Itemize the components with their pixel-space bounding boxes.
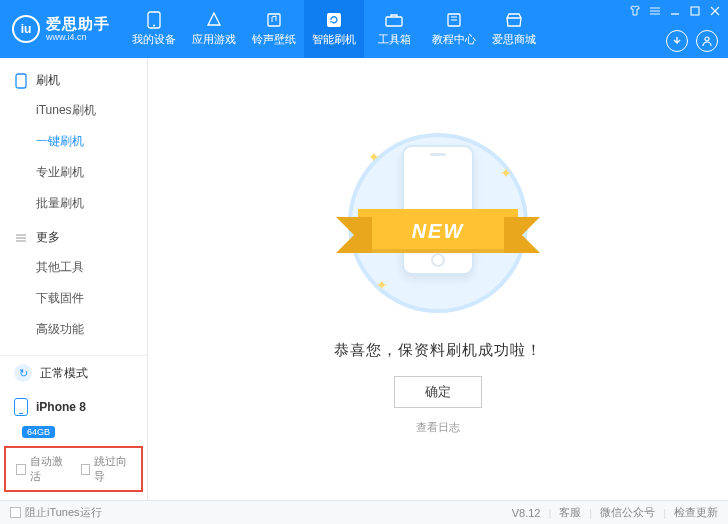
minimize-icon[interactable]: [668, 4, 682, 18]
sync-icon: ↻: [14, 364, 32, 382]
checkbox-prevent-itunes[interactable]: 阻止iTunes运行: [10, 505, 102, 520]
nav-apps[interactable]: 应用游戏: [184, 0, 244, 58]
nav-store[interactable]: 爱思商城: [484, 0, 544, 58]
sidebar-section-more: 更多 其他工具 下载固件 高级功能: [0, 223, 147, 345]
device-mode[interactable]: ↻ 正常模式: [0, 356, 147, 390]
logo-subtitle: www.i4.cn: [46, 33, 110, 42]
support-link[interactable]: 客服: [559, 505, 581, 520]
shop-icon: [505, 11, 523, 29]
wechat-link[interactable]: 微信公众号: [600, 505, 655, 520]
iphone-icon: [14, 398, 28, 416]
top-nav: 我的设备 应用游戏 铃声壁纸 智能刷机 工具箱 教程中心 爱思商城: [124, 0, 544, 58]
checkbox-icon: [81, 464, 91, 475]
sidebar-item-oneclick-flash[interactable]: 一键刷机: [0, 126, 147, 157]
status-bar: 阻止iTunes运行 V8.12 | 客服 | 微信公众号 | 检查更新: [0, 500, 728, 524]
tshirt-icon[interactable]: [628, 4, 642, 18]
sparkle-icon: ✦: [376, 277, 388, 293]
highlight-box: 自动激活 跳过向导: [4, 446, 143, 492]
app-header: iu 爱思助手 www.i4.cn 我的设备 应用游戏 铃声壁纸 智能刷机 工具…: [0, 0, 728, 58]
check-update-link[interactable]: 检查更新: [674, 505, 718, 520]
sidebar-item-batch-flash[interactable]: 批量刷机: [0, 188, 147, 219]
book-icon: [445, 11, 463, 29]
logo-badge: iu: [12, 15, 40, 43]
nav-toolbox[interactable]: 工具箱: [364, 0, 424, 58]
new-ribbon: NEW: [358, 209, 518, 253]
sidebar-head-more[interactable]: 更多: [0, 223, 147, 252]
svg-rect-12: [691, 7, 699, 15]
sparkle-icon: ✦: [368, 149, 380, 165]
success-illustration: NEW ✦ ✦ ✦: [338, 123, 538, 323]
connected-device[interactable]: iPhone 8: [0, 390, 147, 424]
storage-badge: 64GB: [22, 426, 55, 438]
svg-rect-16: [16, 74, 26, 88]
music-icon: [265, 11, 283, 29]
sidebar-item-pro-flash[interactable]: 专业刷机: [0, 157, 147, 188]
sidebar-item-advanced[interactable]: 高级功能: [0, 314, 147, 345]
checkbox-icon: [10, 507, 21, 518]
window-controls: [628, 4, 722, 18]
sidebar-section-flash: 刷机 iTunes刷机 一键刷机 专业刷机 批量刷机: [0, 66, 147, 219]
sidebar-head-flash[interactable]: 刷机: [0, 66, 147, 95]
maximize-icon[interactable]: [688, 4, 702, 18]
close-icon[interactable]: [708, 4, 722, 18]
sidebar-item-itunes-flash[interactable]: iTunes刷机: [0, 95, 147, 126]
sidebar: 刷机 iTunes刷机 一键刷机 专业刷机 批量刷机 更多 其他工具 下载固件 …: [0, 58, 148, 500]
user-icon[interactable]: [696, 30, 718, 52]
nav-tutorials[interactable]: 教程中心: [424, 0, 484, 58]
list-icon: [14, 231, 28, 245]
menu-icon[interactable]: [648, 4, 662, 18]
main-panel: NEW ✦ ✦ ✦ 恭喜您，保资料刷机成功啦！ 确定 查看日志: [148, 58, 728, 500]
sidebar-item-other-tools[interactable]: 其他工具: [0, 252, 147, 283]
success-message: 恭喜您，保资料刷机成功啦！: [334, 341, 542, 360]
nav-ringtones[interactable]: 铃声壁纸: [244, 0, 304, 58]
sparkle-icon: ✦: [500, 165, 512, 181]
logo-title: 爱思助手: [46, 16, 110, 31]
download-icon[interactable]: [666, 30, 688, 52]
toolbox-icon: [385, 11, 403, 29]
checkbox-auto-activate[interactable]: 自动激活: [16, 454, 67, 484]
device-icon: [14, 74, 28, 88]
version-label: V8.12: [512, 507, 541, 519]
nav-my-device[interactable]: 我的设备: [124, 0, 184, 58]
svg-rect-2: [268, 14, 280, 26]
confirm-button[interactable]: 确定: [394, 376, 482, 408]
appstore-icon: [205, 11, 223, 29]
svg-rect-3: [327, 13, 341, 27]
refresh-icon: [325, 11, 343, 29]
sidebar-item-download-firmware[interactable]: 下载固件: [0, 283, 147, 314]
phone-icon: [145, 11, 163, 29]
nav-flash[interactable]: 智能刷机: [304, 0, 364, 58]
svg-point-15: [705, 37, 709, 41]
app-logo: iu 爱思助手 www.i4.cn: [0, 15, 124, 43]
svg-rect-4: [386, 17, 402, 26]
checkbox-icon: [16, 464, 26, 475]
view-log-link[interactable]: 查看日志: [416, 420, 460, 435]
checkbox-skip-guide[interactable]: 跳过向导: [81, 454, 132, 484]
svg-point-1: [153, 25, 155, 27]
